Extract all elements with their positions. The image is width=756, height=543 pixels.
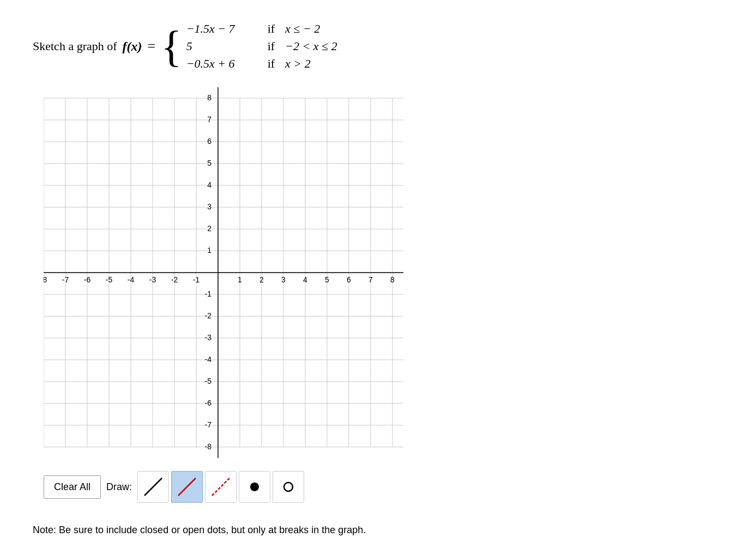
svg-text:-6: -6 (84, 275, 91, 284)
case1-expr: −1.5x − 7 (186, 22, 257, 36)
svg-text:6: 6 (207, 137, 211, 146)
case3-if: if (262, 57, 281, 71)
piecewise-case-2: 5 if −2 < x ≤ 2 (186, 39, 337, 53)
svg-text:-7: -7 (205, 420, 212, 429)
toolbar: Clear All Draw: (44, 471, 304, 503)
svg-text:3: 3 (207, 202, 211, 211)
svg-text:-8: -8 (205, 442, 212, 451)
graph-wrapper: .grid-line { stroke: #bbb; stroke-width:… (44, 87, 436, 458)
graph-svg[interactable]: .grid-line { stroke: #bbb; stroke-width:… (44, 87, 436, 458)
case3-expr: −0.5x + 6 (186, 57, 257, 71)
svg-line-71 (212, 478, 229, 496)
svg-text:-1: -1 (205, 289, 212, 298)
svg-text:-7: -7 (62, 275, 69, 284)
case2-expr: 5 (186, 39, 257, 53)
svg-text:-3: -3 (149, 275, 156, 284)
svg-text:2: 2 (259, 275, 264, 284)
svg-text:2: 2 (207, 224, 211, 233)
open-dot-tool-button[interactable] (273, 471, 304, 503)
svg-line-70 (178, 478, 196, 496)
piecewise-case-3: −0.5x + 6 if x > 2 (186, 57, 337, 71)
svg-text:-1: -1 (193, 275, 200, 284)
dashed-line-tool-button[interactable] (205, 471, 237, 503)
svg-text:7: 7 (368, 275, 373, 284)
case1-cond: x ≤ − 2 (285, 22, 320, 36)
svg-point-73 (284, 482, 293, 491)
equals-sign: = (148, 38, 156, 55)
svg-text:5: 5 (207, 159, 211, 167)
svg-text:4: 4 (207, 180, 211, 189)
case1-if: if (262, 22, 281, 36)
svg-line-69 (144, 478, 162, 496)
svg-text:4: 4 (303, 275, 307, 284)
solid-line-tool-button[interactable] (137, 471, 169, 503)
svg-text:-6: -6 (205, 399, 212, 407)
svg-text:-5: -5 (106, 275, 113, 284)
equation-row: Sketch a graph of f(x) = { −1.5x − 7 if … (33, 22, 337, 71)
svg-text:6: 6 (347, 275, 351, 284)
closed-dot-tool-button[interactable] (239, 471, 270, 503)
red-segment-tool-button[interactable] (171, 471, 203, 503)
svg-text:-4: -4 (128, 275, 135, 284)
svg-text:1: 1 (238, 275, 242, 284)
fx-label: f(x) (123, 39, 142, 54)
svg-text:7: 7 (207, 115, 211, 124)
svg-text:1: 1 (207, 246, 211, 255)
problem-container: Sketch a graph of f(x) = { −1.5x − 7 if … (33, 22, 723, 536)
svg-text:-4: -4 (205, 355, 212, 364)
big-brace: { (161, 25, 182, 68)
svg-text:8: 8 (207, 93, 211, 102)
svg-text:8: 8 (390, 275, 395, 284)
clear-all-button[interactable]: Clear All (44, 475, 101, 499)
brace-container: { −1.5x − 7 if x ≤ − 2 5 if −2 < x ≤ 2 −… (161, 22, 337, 71)
case2-cond: −2 < x ≤ 2 (285, 39, 337, 53)
svg-text:5: 5 (325, 275, 329, 284)
svg-text:-8: -8 (44, 275, 47, 284)
svg-text:-5: -5 (205, 377, 212, 385)
case3-cond: x > 2 (285, 57, 311, 71)
svg-text:-2: -2 (205, 311, 212, 320)
case2-if: if (262, 39, 281, 53)
svg-text:3: 3 (281, 275, 286, 284)
draw-label: Draw: (106, 481, 132, 493)
note-text: Note: Be sure to include closed or open … (33, 524, 366, 536)
svg-point-72 (250, 482, 259, 491)
piecewise-cases: −1.5x − 7 if x ≤ − 2 5 if −2 < x ≤ 2 −0.… (186, 22, 337, 71)
piecewise-case-1: −1.5x − 7 if x ≤ − 2 (186, 22, 337, 36)
sketch-label: Sketch a graph of (33, 39, 117, 53)
svg-text:-2: -2 (171, 275, 178, 284)
svg-text:-3: -3 (205, 333, 212, 342)
